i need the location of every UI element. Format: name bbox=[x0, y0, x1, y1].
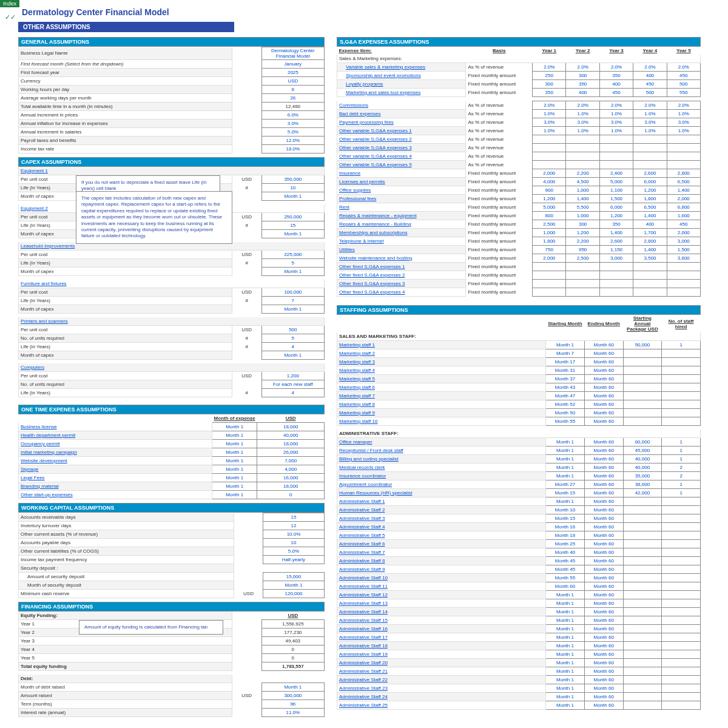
input-cell[interactable]: 300 bbox=[566, 72, 599, 80]
input-cell[interactable]: 1 bbox=[662, 438, 701, 447]
row-label[interactable]: Administrative Staff 2 bbox=[337, 506, 546, 514]
index-tag[interactable]: Index bbox=[0, 0, 19, 7]
input-cell[interactable]: Month 60 bbox=[584, 409, 623, 417]
input-cell[interactable]: Month 25 bbox=[546, 540, 585, 548]
input-cell[interactable]: Month 60 bbox=[584, 358, 623, 366]
input-cell[interactable]: 400 bbox=[599, 80, 633, 89]
input-cell[interactable]: 2.0% bbox=[566, 101, 599, 110]
input-cell[interactable] bbox=[566, 288, 599, 297]
input-cell[interactable]: 3.0% bbox=[533, 118, 566, 127]
input-cell[interactable]: Month 1 bbox=[212, 465, 257, 474]
input-cell[interactable] bbox=[633, 152, 667, 161]
input-cell[interactable]: Month 1 bbox=[212, 457, 257, 465]
input-cell[interactable]: 2,500 bbox=[566, 254, 599, 263]
input-cell[interactable]: 1,600 bbox=[667, 212, 700, 220]
input-cell[interactable] bbox=[623, 506, 662, 514]
input-cell[interactable] bbox=[533, 288, 566, 297]
input-cell[interactable]: 400 bbox=[566, 89, 599, 97]
row-label[interactable]: Administrative Staff 17 bbox=[337, 633, 546, 642]
input-cell[interactable]: 1 bbox=[662, 447, 701, 455]
input-cell[interactable] bbox=[633, 135, 667, 144]
input-cell[interactable] bbox=[623, 557, 662, 565]
input-cell[interactable] bbox=[623, 667, 662, 676]
input-cell[interactable]: Month 60 bbox=[584, 557, 623, 565]
input-cell[interactable]: 5 bbox=[261, 259, 324, 268]
row-label[interactable]: Other variable S,G&A expenses 3 bbox=[337, 144, 466, 152]
input-cell[interactable] bbox=[599, 263, 633, 271]
input-cell[interactable] bbox=[662, 650, 701, 659]
input-cell[interactable] bbox=[599, 288, 633, 297]
input-cell[interactable] bbox=[566, 280, 599, 288]
input-cell[interactable]: 4,500 bbox=[566, 178, 599, 186]
input-cell[interactable]: 1,000 bbox=[533, 229, 566, 237]
row-label[interactable]: Bad debt expenses bbox=[337, 110, 466, 118]
input-cell[interactable]: Month 1 bbox=[546, 693, 585, 701]
input-cell[interactable] bbox=[662, 392, 701, 400]
input-cell[interactable]: 1 bbox=[662, 341, 701, 349]
input-cell[interactable]: 1.0% bbox=[533, 110, 566, 118]
input-cell[interactable] bbox=[623, 642, 662, 650]
input-cell[interactable]: 450 bbox=[633, 80, 667, 89]
input-cell[interactable] bbox=[662, 574, 701, 582]
input-cell[interactable] bbox=[623, 358, 662, 366]
input-cell[interactable]: Month 40 bbox=[546, 548, 585, 557]
row-label[interactable]: Initial marketing campaign bbox=[19, 448, 212, 457]
row-label[interactable]: Administrative Staff 8 bbox=[337, 557, 546, 565]
input-cell[interactable]: Month 1 bbox=[546, 676, 585, 684]
input-cell[interactable]: Month 60 bbox=[584, 480, 623, 489]
row-label[interactable]: Marketing staff 8 bbox=[337, 400, 546, 409]
input-cell[interactable] bbox=[667, 161, 700, 169]
input-cell[interactable]: 42,000 bbox=[623, 489, 662, 497]
input-cell[interactable]: 3,800 bbox=[667, 254, 700, 263]
row-label[interactable]: Health department permit bbox=[19, 431, 212, 440]
input-cell[interactable]: 5,000 bbox=[599, 178, 633, 186]
input-cell[interactable] bbox=[662, 497, 701, 506]
input-cell[interactable] bbox=[566, 271, 599, 280]
input-cell[interactable]: Month 60 bbox=[584, 574, 623, 582]
input-cell[interactable]: 1.0% bbox=[566, 127, 599, 135]
input-cell[interactable]: 1,000 bbox=[566, 186, 599, 195]
input-cell[interactable]: 2,000 bbox=[533, 254, 566, 263]
input-cell[interactable]: Month 60 bbox=[584, 400, 623, 409]
row-label[interactable]: Other fixed S,G&A expenses 3 bbox=[337, 280, 466, 288]
input-cell[interactable]: Month 55 bbox=[546, 574, 585, 582]
input-cell[interactable]: Month 1 bbox=[546, 438, 585, 447]
input-cell[interactable]: 1,150 bbox=[599, 246, 633, 254]
input-cell[interactable]: 6,000 bbox=[633, 178, 667, 186]
input-cell[interactable] bbox=[623, 417, 662, 426]
input-cell[interactable]: Month 60 bbox=[584, 497, 623, 506]
input-cell[interactable]: 500 bbox=[667, 80, 700, 89]
input-cell[interactable]: 15,000 bbox=[263, 573, 324, 581]
input-cell[interactable]: Month 60 bbox=[584, 375, 623, 383]
input-cell[interactable]: Month 1 bbox=[261, 683, 324, 692]
input-cell[interactable] bbox=[662, 701, 701, 710]
input-cell[interactable]: 1.0% bbox=[599, 110, 633, 118]
input-cell[interactable] bbox=[662, 608, 701, 616]
row-label[interactable]: Administrative Staff 5 bbox=[337, 531, 546, 540]
row-label[interactable]: Marketing staff 4 bbox=[337, 366, 546, 375]
input-cell[interactable]: Month 60 bbox=[584, 625, 623, 633]
input-cell[interactable]: 40,000 bbox=[623, 455, 662, 463]
input-cell[interactable]: Month 1 bbox=[212, 474, 257, 482]
input-cell[interactable]: Month 31 bbox=[546, 366, 585, 375]
input-cell[interactable]: 6,500 bbox=[667, 178, 700, 186]
input-cell[interactable] bbox=[599, 161, 633, 169]
row-label[interactable]: Other fixed S,G&A expenses 1 bbox=[337, 263, 466, 271]
input-cell[interactable] bbox=[623, 392, 662, 400]
input-cell[interactable]: 2,800 bbox=[633, 237, 667, 246]
input-cell[interactable]: 300,000 bbox=[261, 692, 324, 700]
input-cell[interactable]: Month 15 bbox=[546, 489, 585, 497]
input-cell[interactable]: 6.0% bbox=[261, 111, 324, 120]
input-cell[interactable] bbox=[662, 616, 701, 625]
input-cell[interactable]: Month 60 bbox=[584, 455, 623, 463]
input-cell[interactable]: Month 52 bbox=[546, 400, 585, 409]
row-label[interactable]: Administrative Staff 20 bbox=[337, 659, 546, 667]
input-cell[interactable] bbox=[623, 366, 662, 375]
input-cell[interactable]: 1.0% bbox=[533, 127, 566, 135]
input-cell[interactable] bbox=[623, 531, 662, 540]
input-cell[interactable] bbox=[633, 271, 667, 280]
input-cell[interactable] bbox=[667, 280, 700, 288]
input-cell[interactable]: 250,000 bbox=[261, 213, 324, 221]
input-cell[interactable]: 400 bbox=[633, 72, 667, 80]
input-cell[interactable]: Month 1 bbox=[546, 497, 585, 506]
